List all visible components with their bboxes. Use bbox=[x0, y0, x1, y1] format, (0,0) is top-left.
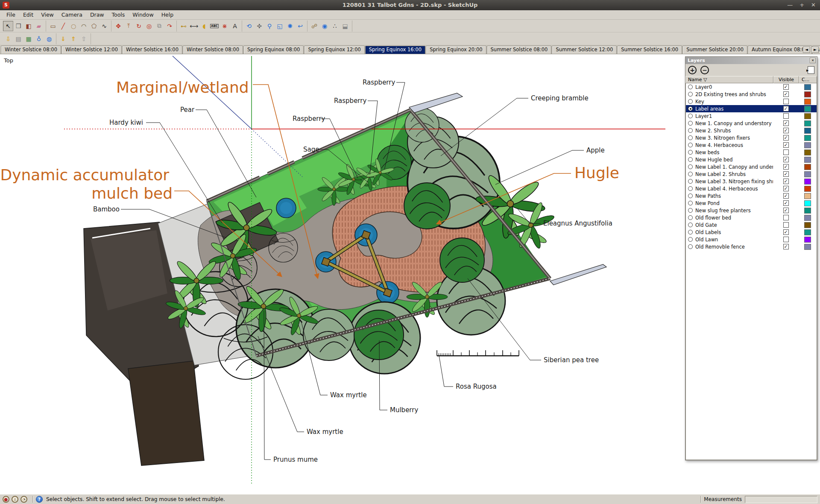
layer-row-label-areas[interactable]: Label areas✓ bbox=[686, 105, 817, 112]
layer-color-swatch[interactable] bbox=[804, 128, 811, 134]
layer-color-swatch[interactable] bbox=[804, 91, 811, 97]
zoom-window-tool-icon[interactable]: ◱ bbox=[275, 21, 285, 31]
layer-color-swatch[interactable] bbox=[804, 157, 811, 163]
layer-radio[interactable] bbox=[688, 244, 693, 249]
section-plane-tool-icon[interactable]: ⬓ bbox=[340, 21, 350, 31]
wax-myrtle-2-label[interactable]: Wax myrtle bbox=[307, 428, 343, 436]
paint-bucket-tool-icon[interactable]: ◧ bbox=[23, 21, 34, 31]
scene-tab-7[interactable]: Spring Equinox 16:00 bbox=[365, 46, 425, 54]
layer-visible-checkbox[interactable] bbox=[783, 99, 789, 104]
layer-radio[interactable] bbox=[688, 99, 693, 104]
eleagnus-angustifolia-label[interactable]: Eleagnus Angustifolia bbox=[543, 220, 612, 227]
layer-row-layer0[interactable]: Layer0✓ bbox=[686, 83, 817, 91]
scene-tab-11[interactable]: Summer Solstice 16:00 bbox=[617, 46, 682, 54]
menu-tools[interactable]: Tools bbox=[108, 12, 129, 18]
layer-visible-checkbox[interactable] bbox=[783, 113, 789, 119]
layer-radio[interactable] bbox=[688, 85, 693, 89]
layer-visible-checkbox[interactable] bbox=[783, 215, 789, 220]
dynamic-accumulator-line2-label[interactable]: mulch bed bbox=[91, 185, 173, 202]
layers-panel-close-icon[interactable]: ✕ bbox=[810, 58, 816, 63]
layer-color-swatch[interactable] bbox=[804, 179, 811, 185]
layer-visible-checkbox[interactable]: ✓ bbox=[783, 186, 789, 191]
layer-visible-checkbox[interactable]: ✓ bbox=[783, 244, 789, 249]
get-current-view-button-icon[interactable]: ⇩ bbox=[3, 34, 13, 44]
close-button[interactable]: ✕ bbox=[811, 0, 816, 10]
avatar-icon[interactable]: ♙ bbox=[12, 496, 18, 503]
layer-radio[interactable] bbox=[688, 179, 693, 184]
layer-row-new-pond[interactable]: New Pond✓ bbox=[686, 199, 817, 207]
menu-help[interactable]: Help bbox=[158, 12, 178, 18]
layer-color-swatch[interactable] bbox=[804, 222, 811, 228]
layer-visible-checkbox[interactable]: ✓ bbox=[783, 200, 789, 206]
scene-tab-12[interactable]: Summer Solstice 20:00 bbox=[682, 46, 747, 54]
layer-row-old-removble-fence[interactable]: Old Removble fence✓ bbox=[686, 243, 817, 250]
layer-row-old-flower-bed[interactable]: Old flower bed bbox=[686, 214, 817, 221]
layer-color-swatch[interactable] bbox=[804, 208, 811, 214]
layer-visible-checkbox[interactable]: ✓ bbox=[783, 84, 789, 90]
layer-visible-checkbox[interactable]: ✓ bbox=[783, 164, 789, 170]
polygon-tool-icon[interactable]: ⬠ bbox=[89, 21, 99, 31]
layer-color-swatch[interactable] bbox=[804, 200, 811, 206]
layer-radio[interactable] bbox=[688, 106, 693, 111]
layer-radio[interactable] bbox=[688, 121, 693, 126]
move-tool-icon[interactable]: ✥ bbox=[113, 21, 123, 31]
creeping-bramble-label[interactable]: Creeping bramble bbox=[531, 94, 589, 102]
layer-visible-checkbox[interactable]: ✓ bbox=[783, 179, 789, 184]
layer-visible-checkbox[interactable]: ✓ bbox=[783, 229, 789, 235]
make-component-tool-icon[interactable]: ❒ bbox=[13, 21, 23, 31]
layer-color-swatch[interactable] bbox=[804, 244, 811, 250]
name-column-header[interactable]: Name ▽ bbox=[685, 76, 773, 83]
measurements-input[interactable] bbox=[745, 496, 817, 503]
raspberry-1-label[interactable]: Raspberry bbox=[363, 79, 395, 86]
geolocation-icon[interactable]: ⬤ bbox=[3, 496, 9, 503]
menu-file[interactable]: File bbox=[3, 12, 19, 18]
rotate-tool-icon[interactable]: ↻ bbox=[134, 21, 144, 31]
layer-color-swatch[interactable] bbox=[804, 193, 811, 199]
layer-color-swatch[interactable] bbox=[804, 135, 811, 141]
pan-tool-icon[interactable]: ✜ bbox=[254, 21, 264, 31]
zoom-previous-tool-icon[interactable]: ↩ bbox=[295, 21, 305, 31]
scene-tab-13[interactable]: Autumn Equinox 08:00 bbox=[748, 46, 812, 54]
layer-color-swatch[interactable] bbox=[804, 164, 811, 170]
layer-radio[interactable] bbox=[688, 172, 693, 176]
menu-draw[interactable]: Draw bbox=[86, 12, 108, 18]
layer-row-old-labels[interactable]: Old Labels✓ bbox=[686, 229, 817, 236]
layer-row-new-paths[interactable]: New Paths✓ bbox=[686, 192, 817, 199]
layer-radio[interactable] bbox=[688, 150, 693, 155]
layer-radio[interactable] bbox=[688, 135, 693, 140]
get-models-button-icon[interactable]: ⇓ bbox=[58, 34, 68, 44]
wax-myrtle-1-label[interactable]: Wax myrtle bbox=[330, 391, 367, 399]
layer-radio[interactable] bbox=[688, 128, 693, 133]
layer-visible-checkbox[interactable] bbox=[783, 222, 789, 228]
select-tool-icon[interactable]: ↖ bbox=[3, 21, 13, 31]
minimize-button[interactable]: — bbox=[787, 0, 793, 10]
layer-details-icon[interactable]: ▸ bbox=[808, 66, 814, 74]
scene-tab-4[interactable]: Winter Solstice 08:00 bbox=[183, 46, 243, 54]
layer-visible-checkbox[interactable]: ✓ bbox=[783, 193, 789, 199]
color-column-header[interactable]: C... bbox=[799, 76, 817, 83]
layer-row-old-lawn[interactable]: Old Lawn bbox=[686, 236, 817, 243]
menu-window[interactable]: Window bbox=[129, 12, 157, 18]
layer-radio[interactable] bbox=[688, 186, 693, 191]
apple-label[interactable]: Apple bbox=[586, 147, 605, 154]
scene-tab-2[interactable]: Winter Solstice 12:00 bbox=[62, 46, 122, 54]
maximize-button[interactable]: + bbox=[800, 0, 804, 10]
mulberry-label[interactable]: Mulberry bbox=[390, 406, 418, 414]
freehand-tool-icon[interactable]: ∿ bbox=[99, 21, 109, 31]
line-tool-icon[interactable]: ╱ bbox=[58, 21, 68, 31]
tape-measure-tool-icon[interactable]: ⊷ bbox=[179, 21, 189, 31]
google-earth-button-icon[interactable]: ◍ bbox=[44, 34, 54, 44]
layer-row-2d-existing-trees-and-shrubs[interactable]: 2D Existing trees and shrubs✓ bbox=[686, 91, 817, 98]
circle-tool-icon[interactable]: ○ bbox=[68, 21, 79, 31]
layer-radio[interactable] bbox=[688, 230, 693, 234]
layer-radio[interactable] bbox=[688, 143, 693, 147]
layer-radio[interactable] bbox=[688, 114, 693, 118]
scene-tab-9[interactable]: Summer Solstice 08:00 bbox=[487, 46, 552, 54]
raspberry-2-label[interactable]: Raspberry bbox=[334, 97, 366, 105]
layer-radio[interactable] bbox=[688, 201, 693, 205]
layer-radio[interactable] bbox=[688, 92, 693, 97]
share-component-button-icon[interactable]: ⇧ bbox=[79, 34, 89, 44]
layer-color-swatch[interactable] bbox=[804, 106, 811, 112]
prunus-mume-label[interactable]: Prunus mume bbox=[273, 456, 318, 463]
layer-color-swatch[interactable] bbox=[804, 237, 811, 243]
